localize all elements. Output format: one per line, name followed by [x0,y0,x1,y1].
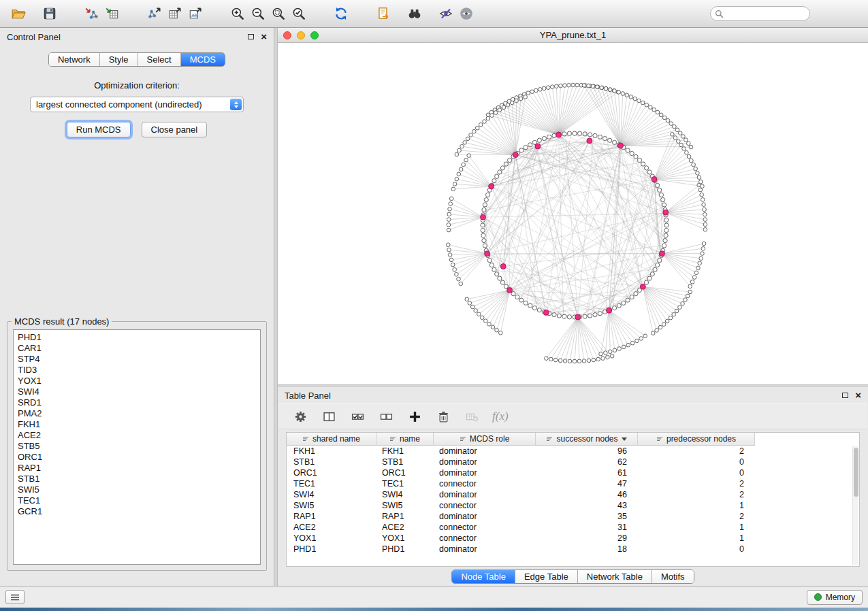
table-cell: dominator [434,512,536,521]
mcds-result-item[interactable]: FKH1 [18,419,256,430]
mcds-result-item[interactable]: YOX1 [18,376,256,386]
search-network-button[interactable] [404,3,425,24]
column-header-successor-nodes[interactable]: successor nodes [536,433,638,446]
mcds-result-item[interactable]: TID3 [18,365,256,376]
open-folder-button[interactable] [8,3,29,24]
export-network-button[interactable] [144,3,165,24]
table-panel: Table Panel × f(x) shared name name MCDS… [278,387,868,586]
network-graph [278,43,868,384]
import-network-button[interactable] [82,3,102,24]
network-window-titlebar[interactable]: YPA_prune.txt_1 [278,28,868,43]
mcds-result-item[interactable]: SWI5 [18,484,256,495]
mcds-result-item[interactable]: GCR1 [18,506,256,517]
hide-selection-button[interactable] [436,3,456,24]
search-input[interactable] [724,9,805,18]
close-window-icon[interactable] [283,31,291,39]
network-canvas[interactable] [278,43,868,384]
table-cell: SWI5 [287,501,376,510]
show-selection-button[interactable] [456,3,477,24]
mcds-result-item[interactable]: STB5 [18,441,256,452]
run-mcds-button[interactable]: Run MCDS [67,122,131,137]
mcds-result-list[interactable]: PHD1CAR1STP4TID3YOX1SWI4SRD1PMA2FKH1ACE2… [13,329,261,565]
delete-column-button[interactable] [435,408,451,425]
zoom-selected-icon [291,6,306,21]
column-header-name[interactable]: name [376,433,434,446]
function-builder-button[interactable]: f(x) [492,410,509,423]
tab-edge-table[interactable]: Edge Table [515,570,578,583]
table-cell: PHD1 [287,544,376,554]
checked-boxes-icon [351,410,364,423]
network-window-title: YPA_prune.txt_1 [278,30,868,40]
clear-cell-button[interactable] [464,408,480,425]
table-cell: 29 [536,533,638,543]
column-header-predecessor-nodes[interactable]: predecessor nodes [638,433,755,446]
mcds-result-item[interactable]: CAR1 [18,343,256,354]
mcds-result-item[interactable]: ORC1 [18,452,256,463]
table-row[interactable]: STB1STB1dominator620 [287,457,859,467]
mcds-result-item[interactable]: SRD1 [18,397,256,408]
close-panel-button[interactable]: Close panel [142,122,208,137]
mcds-result-item[interactable]: SWI4 [18,386,256,397]
scrollbar-thumb[interactable] [854,448,858,497]
maximize-window-icon[interactable] [310,31,319,39]
table-row[interactable]: YOX1YOX1connector291 [287,533,859,544]
mcds-result-item[interactable]: PHD1 [18,332,256,343]
table-header-row: shared name name MCDS role successor nod… [287,433,859,446]
column-header-mcds-role[interactable]: MCDS role [434,433,536,446]
tab-node-table[interactable]: Node Table [452,570,515,583]
table-cell: connector [434,501,536,510]
export-image-button[interactable] [185,3,206,24]
desktop-wallpaper-strip [0,608,868,611]
refresh-button[interactable] [331,3,351,24]
mcds-result-item[interactable]: PMA2 [18,408,256,419]
memory-button[interactable]: Memory [807,590,863,605]
tab-motifs[interactable]: Motifs [652,570,694,583]
zoom-in-button[interactable] [227,3,248,24]
float-panel-icon[interactable] [248,34,254,39]
table-row[interactable]: FKH1FKH1dominator962 [287,446,859,457]
tab-network-table[interactable]: Network Table [578,570,652,583]
mcds-result-item[interactable]: TEC1 [18,495,256,506]
minimize-window-icon[interactable] [297,31,305,39]
criterion-dropdown[interactable]: largest connected component (undirected) [30,97,244,112]
table-settings-button[interactable] [292,408,308,425]
table-scrollbar[interactable] [852,446,858,565]
deselect-all-button[interactable] [378,408,394,425]
mcds-result-item[interactable]: RAP1 [18,463,256,474]
table-row[interactable]: SWI5SWI5connector431 [287,500,859,511]
table-row[interactable]: TEC1TEC1connector472 [287,478,859,489]
table-cell: RAP1 [287,512,376,521]
table-row[interactable]: PHD1PHD1dominator180 [287,544,859,555]
tab-mcds[interactable]: MCDS [181,53,225,66]
table-cell: YOX1 [376,533,434,543]
add-column-button[interactable] [406,408,423,425]
table-cell: 47 [536,479,638,489]
table-row[interactable]: ORC1ORC1dominator610 [287,467,859,478]
table-row[interactable]: RAP1RAP1dominator352 [287,511,859,522]
table-cell: 62 [536,457,638,467]
mcds-result-item[interactable]: STP4 [18,354,256,365]
task-history-button[interactable] [5,590,25,604]
select-all-button[interactable] [349,408,366,425]
close-table-panel-icon[interactable]: × [855,392,861,399]
table-row[interactable]: SWI4SWI4dominator462 [287,489,859,500]
split-table-button[interactable] [321,408,337,425]
table-cell: 18 [536,544,638,554]
float-table-panel-icon[interactable] [842,393,848,398]
eye-slash-icon [438,6,453,21]
zoom-out-button[interactable] [248,3,268,24]
mcds-result-item[interactable]: STB1 [18,474,256,484]
close-panel-icon[interactable]: × [261,33,267,40]
save-button[interactable] [39,3,60,24]
tab-style[interactable]: Style [100,53,138,66]
zoom-selected-button[interactable] [289,3,309,24]
column-header-shared-name[interactable]: shared name [287,433,376,446]
zoom-fit-button[interactable] [268,3,289,24]
export-table-button[interactable] [165,3,185,24]
import-table-button[interactable] [102,3,123,24]
tab-network[interactable]: Network [49,53,100,66]
share-document-button[interactable] [373,3,393,24]
tab-select[interactable]: Select [138,53,181,66]
table-row[interactable]: ACE2ACE2connector311 [287,522,859,533]
mcds-result-item[interactable]: ACE2 [18,430,256,441]
